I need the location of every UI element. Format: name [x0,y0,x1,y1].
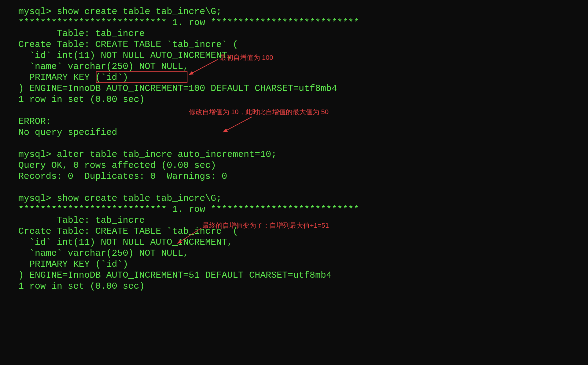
terminal-line: mysql> alter table tab_incre auto_increm… [18,149,570,160]
terminal-line: ERROR: [18,116,570,127]
annotation-3: 最终的自增值变为了：自增列最大值+1=51 [202,222,329,229]
terminal-line: No query specified [18,127,570,138]
terminal-line [18,138,570,149]
terminal-line: `id` int(11) NOT NULL AUTO_INCREMENT, [18,237,570,248]
terminal-line: *************************** 1. row *****… [18,17,570,28]
terminal-line: Query OK, 0 rows affected (0.00 sec) [18,160,570,171]
terminal-line: Table: tab_incre [18,28,570,39]
terminal-line: Create Table: CREATE TABLE `tab_incre` ( [18,39,570,50]
terminal-line: Records: 0 Duplicates: 0 Warnings: 0 [18,171,570,182]
annotation-2: 修改自增值为 10，此时此自增值的最大值为 50 [189,108,328,116]
terminal-line: `name` varchar(250) NOT NULL, [18,61,570,72]
terminal-line: `id` int(11) NOT NULL AUTO_INCREMENT, [18,50,570,61]
terminal-line: 1 row in set (0.00 sec) [18,94,570,105]
terminal-line: `name` varchar(250) NOT NULL, [18,248,570,259]
terminal-line: 1 row in set (0.00 sec) [18,281,570,292]
terminal-line: ) ENGINE=InnoDB AUTO_INCREMENT=100 DEFAU… [18,83,570,94]
terminal-line: PRIMARY KEY (`id`) [18,72,570,83]
terminal-line: *************************** 1. row *****… [18,204,570,215]
terminal-line [18,182,570,193]
terminal-line: PRIMARY KEY (`id`) [18,259,570,270]
terminal-line: ) ENGINE=InnoDB AUTO_INCREMENT=51 DEFAUL… [18,270,570,281]
terminal-line: mysql> show create table tab_incre\G; [18,6,570,17]
annotation-1: 最初自增值为 100 [220,54,273,62]
terminal-output: mysql> show create table tab_incre\G;***… [18,6,570,292]
terminal-line: mysql> show create table tab_incre\G; [18,193,570,204]
